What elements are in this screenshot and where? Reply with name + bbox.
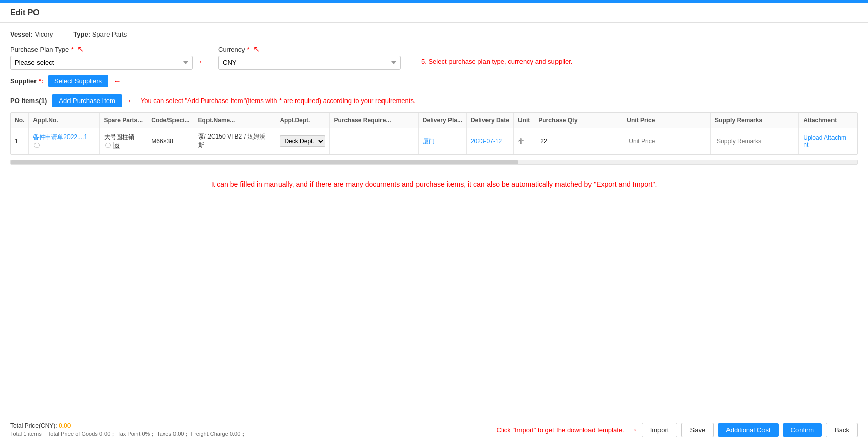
save-button[interactable]: Save [681,423,714,437]
cell-unit-price [622,128,711,154]
arrow-2: ← [198,56,208,70]
appl-dept-select[interactable]: Deck Dept. [280,135,325,147]
vessel-value: Vicory [34,30,53,38]
arrow-icon-1: ↖ [77,45,84,53]
cell-purchase-require [330,128,418,154]
add-purchase-item-button[interactable]: Add Purchase Item [52,94,122,107]
supply-remarks-input[interactable] [715,137,794,146]
total-price-value: 0.00 [59,422,71,429]
supplier-label: Supplier *: [10,77,43,85]
scrollbar-thumb [11,160,518,164]
manual-fill-notice: It can be filled in manually, and if the… [10,175,858,193]
po-items-row: PO Items(1) Add Purchase Item ← You can … [10,94,858,107]
additional-cost-button[interactable]: Additional Cost [718,423,778,437]
currency-group: Currency * ↖ CNY USD EUR [218,44,401,70]
table-row: 1 备件申请单2022....1 ⓘ 大号圆柱销 ⓘ 🖼 M66×38 泵/ 2… [11,128,857,154]
back-button[interactable]: Back [826,423,858,437]
total-items: Total 1 items [10,431,42,437]
currency-label: Currency * ↖ [218,44,401,54]
cell-attachment: Upload Attachm nt [799,128,857,154]
cell-eqpt-name: 泵/ 2C150 VI B2 / 汉姆沃斯 [194,128,275,154]
unit-price-input[interactable] [627,137,706,146]
cell-spare-parts: 大号圆柱销 ⓘ 🖼 [99,128,147,154]
table-scrollbar[interactable] [10,160,858,165]
step5-annotation: 5. Select purchase plan type, currency a… [421,58,572,70]
col-appl-dept: Appl.Dept. [275,113,330,128]
upload-attachment-link[interactable]: Upload Attachm nt [803,134,846,148]
col-purchase-require: Purchase Require... [330,113,418,128]
col-eqpt-name: Eqpt.Name... [194,113,275,128]
page-footer: Total Price(CNY): 0.00 Total 1 items Tot… [0,417,868,443]
purchase-plan-type-group: Purchase Plan Type * ↖ Please select [10,44,193,70]
cell-appl-dept: Deck Dept. [275,128,330,154]
cell-appl-no: 备件申请单2022....1 ⓘ [29,128,99,154]
po-items-table: No. Appl.No. Spare Parts... Code/Speci..… [11,113,857,154]
appl-no-link[interactable]: 备件申请单2022....1 [33,133,87,141]
type-value: Spare Parts [92,30,127,38]
page-header: Edit PO [0,3,868,23]
page-title: Edit PO [10,8,40,17]
po-items-label: PO Items(1) [10,97,47,105]
supplier-required: *: [39,77,43,85]
table-header-row: No. Appl.No. Spare Parts... Code/Speci..… [11,113,857,128]
freight-charge: Freight Charge 0.00； [191,431,246,437]
footer-totals: Total Price(CNY): 0.00 Total 1 items Tot… [10,422,246,438]
meta-row: Vessel: Vicory Type: Spare Parts [10,30,858,38]
po-items-table-wrapper: No. Appl.No. Spare Parts... Code/Speci..… [10,112,858,155]
image-icon[interactable]: 🖼 [113,142,120,149]
select-suppliers-button[interactable]: Select Suppliers [48,75,108,87]
col-delivery-date: Delivery Date [466,113,513,128]
col-supply-remarks: Supply Remarks [711,113,799,128]
cell-delivery-place: 厦门 [418,128,466,154]
purchase-require-input[interactable] [334,137,413,146]
taxes: Taxes 0.00； [157,431,189,437]
footer-actions: Click "Import" to get the download templ… [497,423,858,437]
cell-delivery-date: 2023-07-12 [466,128,513,154]
cell-supply-remarks [711,128,799,154]
currency-required: * [247,46,249,53]
cell-unit: 个 [513,128,534,154]
main-content: Vessel: Vicory Type: Spare Parts Purchas… [0,23,868,417]
total-price-label: Total Price(CNY): [10,422,57,429]
supplier-row: Supplier *: Select Suppliers ← [10,75,858,87]
import-button[interactable]: Import [642,423,678,437]
total-price-row: Total Price(CNY): 0.00 [10,422,246,429]
col-appl-no: Appl.No. [29,113,99,128]
info-icon[interactable]: ⓘ [34,142,40,148]
add-item-hint: You can select "Add Purchase Item"(items… [141,97,416,105]
cell-no: 1 [11,128,29,154]
total-goods-price: Total Price of Goods 0.00； [48,431,116,437]
cell-code-spec: M66×38 [147,128,194,154]
col-purchase-qty: Purchase Qty [534,113,622,128]
col-unit: Unit [513,113,534,128]
col-unit-price: Unit Price [622,113,711,128]
confirm-button[interactable]: Confirm [783,423,822,437]
spare-info-icon[interactable]: ⓘ [105,142,111,148]
form-row-1: Purchase Plan Type * ↖ Please select ← C… [10,44,858,70]
arrow-icon-3: ↖ [253,45,260,53]
purchase-plan-required: * [71,46,74,53]
arrow-icon-4: ← [113,77,121,86]
arrow-icon-footer: → [629,425,638,435]
purchase-plan-type-select[interactable]: Please select [10,56,193,70]
delivery-place-link[interactable]: 厦门 [423,138,435,145]
cell-purchase-qty [534,128,622,154]
col-attachment: Attachment [799,113,857,128]
purchase-plan-type-label: Purchase Plan Type * ↖ [10,44,193,54]
delivery-date-value[interactable]: 2023-07-12 [471,138,502,145]
currency-select[interactable]: CNY USD EUR [218,56,401,70]
col-no: No. [11,113,29,128]
arrow-icon-5: ← [127,96,135,106]
col-spare-parts: Spare Parts... [99,113,147,128]
import-hint-text: Click "Import" to get the download templ… [497,426,624,434]
purchase-qty-input[interactable] [538,137,618,146]
vessel-info: Vessel: Vicory [10,30,53,38]
tax-point: Tax Point 0%； [117,431,155,437]
col-delivery-place: Delivery Pla... [418,113,466,128]
type-info: Type: Spare Parts [73,30,127,38]
vessel-label: Vessel: [10,30,33,38]
col-code-spec: Code/Speci... [147,113,194,128]
footer-detail: Total 1 items Total Price of Goods 0.00；… [10,430,246,438]
type-label: Type: [73,30,90,38]
